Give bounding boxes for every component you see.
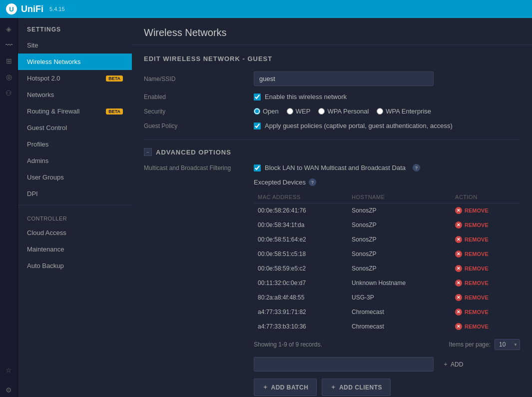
excepted-devices-help-icon[interactable]: ? [309,178,316,186]
nav-clients[interactable]: ⚇ [2,86,16,100]
cell-mac: 80:2a:a8:4f:48:55 [254,290,348,305]
name-ssid-control [254,72,520,86]
remove-button[interactable]: ✕ REMOVE [455,250,516,258]
pagination-text: Showing 1-9 of 9 records. [254,341,322,348]
name-ssid-input[interactable] [254,72,434,86]
brand-name: UniFi [21,4,43,14]
main-layout: ◈ 〰 ⊞ ◎ ⚇ ☆ ⚙ SETTINGS Site Wireless Net… [0,18,532,397]
remove-button[interactable]: ✕ REMOVE [455,236,516,243]
remove-button[interactable]: ✕ REMOVE [455,207,516,214]
remove-button[interactable]: ✕ REMOVE [455,265,516,272]
hotspot-badge: BETA [106,76,123,82]
nav-stats[interactable]: 〰 [2,38,16,52]
nav-devices[interactable]: ◎ [2,70,16,84]
add-clients-plus: ＋ [330,383,337,392]
add-clients-label: ADD CLIENTS [339,384,382,391]
form-row-guest-policy: Guest Policy Apply guest policies (capti… [144,122,520,130]
sidebar-item-label: Profiles [27,140,48,148]
nav-map[interactable]: ⊞ [2,54,16,68]
cell-mac: 00:0e:58:34:1f:da [254,218,348,232]
security-wpa-enterprise[interactable]: WPA Enterprise [377,108,431,115]
table-row: a4:77:33:b3:10:36 Chromecast ✕ REMOVE [254,320,520,334]
cell-hostname: SonosZP [348,204,451,218]
sidebar-item-maintenance[interactable]: Maintenance [18,241,132,258]
form-row-excepted-devices: Excepted Devices ? MAC ADDRESS HOSTNAME … [144,178,520,396]
remove-label: REMOVE [465,294,489,300]
security-wep-radio[interactable] [287,108,293,114]
add-device-input[interactable] [254,357,434,372]
cell-mac: 00:11:32:0c:0e:d7 [254,276,348,290]
cell-action: ✕ REMOVE [451,204,520,218]
sidebar-item-dpi[interactable]: DPI [18,186,132,202]
multicast-label: Multicast and Broadcast Filtering [144,164,254,172]
table-row: 80:2a:a8:4f:48:55 USG-3P ✕ REMOVE [254,290,520,305]
security-open[interactable]: Open [254,108,279,115]
form-row-name-ssid: Name/SSID [144,72,520,86]
sidebar-item-user-groups[interactable]: User Groups [18,169,132,186]
sidebar-section-controller: Controller [18,208,132,224]
cell-mac: 00:0e:58:51:c5:18 [254,247,348,262]
remove-button[interactable]: ✕ REMOVE [455,308,516,316]
sidebar-item-hotspot[interactable]: Hotspot 2.0 BETA [18,70,132,86]
excepted-devices-label: Excepted Devices ? [254,178,520,186]
items-per-page-control: Items per page: 10 25 50 100 [449,339,520,350]
guest-policy-checkbox[interactable] [254,122,261,130]
security-wpa-personal-radio[interactable] [318,108,325,114]
cell-hostname: Unknown Hostname [348,276,451,290]
table-row: a4:77:33:91:71:82 Chromecast ✕ REMOVE [254,305,520,320]
table-header: MAC ADDRESS HOSTNAME ACTION [254,191,520,204]
col-mac-address: MAC ADDRESS [254,191,348,204]
sidebar-item-profiles[interactable]: Profiles [18,136,132,152]
security-wep[interactable]: WEP [287,108,311,115]
sidebar-item-routing-firewall[interactable]: Routing & Firewall BETA [18,103,132,120]
sidebar-divider [18,205,132,206]
sidebar-item-site[interactable]: Site [18,37,132,54]
remove-button[interactable]: ✕ REMOVE [455,222,516,228]
add-batch-plus: ＋ [262,383,269,392]
remove-button[interactable]: ✕ REMOVE [455,294,516,301]
sidebar-item-cloud-access[interactable]: Cloud Access [18,224,132,241]
cell-action: ✕ REMOVE [451,320,520,334]
remove-icon: ✕ [455,280,462,286]
page-title: Wireless Networks [144,27,520,38]
sidebar-item-guest-control[interactable]: Guest Control [18,120,132,136]
remove-button[interactable]: ✕ REMOVE [455,323,516,330]
security-wpa-personal[interactable]: WPA Personal [318,108,369,115]
add-clients-button[interactable]: ＋ ADD CLIENTS [322,378,391,396]
add-batch-label: ADD BATCH [271,384,309,391]
sidebar-item-label: Auto Backup [27,262,64,270]
sidebar-item-label: Hotspot 2.0 [27,74,60,82]
nav-alerts[interactable]: ☆ [2,363,16,377]
nav-settings[interactable]: ⚙ [2,383,16,397]
sidebar: SETTINGS Site Wireless Networks Hotspot … [18,18,132,397]
table-row: 00:0e:58:51:c5:18 SonosZP ✕ REMOVE [254,247,520,262]
guest-policy-checkbox-wrapper[interactable]: Apply guest policies (captive portal, gu… [254,122,520,130]
icon-bar: ◈ 〰 ⊞ ◎ ⚇ ☆ ⚙ [0,18,18,397]
sidebar-item-wireless-networks[interactable]: Wireless Networks [18,54,132,70]
add-batch-button[interactable]: ＋ ADD BATCH [254,378,317,396]
enabled-checkbox[interactable] [254,94,261,100]
sidebar-item-admins[interactable]: Admins [18,152,132,169]
security-wpa-enterprise-radio[interactable] [377,108,383,114]
multicast-checkbox-wrapper[interactable]: Block LAN to WAN Multicast and Broadcast… [254,164,520,172]
security-open-radio[interactable] [254,108,260,114]
sidebar-item-auto-backup[interactable]: Auto Backup [18,258,132,274]
enabled-checkbox-wrapper[interactable]: Enable this wireless network [254,93,520,100]
multicast-checkbox[interactable] [254,164,261,172]
name-ssid-label: Name/SSID [144,76,254,82]
sidebar-item-networks[interactable]: Networks [18,86,132,103]
remove-button[interactable]: ✕ REMOVE [455,280,516,286]
add-button[interactable]: ＋ ADD [439,358,467,370]
items-per-page-select[interactable]: 10 25 50 100 [495,339,520,350]
multicast-control: Block LAN to WAN Multicast and Broadcast… [254,164,520,172]
remove-label: REMOVE [465,251,489,257]
nav-dashboard[interactable]: ◈ [2,22,16,36]
cell-action: ✕ REMOVE [451,290,520,305]
remove-label: REMOVE [465,236,489,242]
advanced-title: ADVANCED OPTIONS [156,148,231,156]
advanced-toggle[interactable]: − [144,148,152,156]
add-icon: ＋ [443,360,449,368]
multicast-help-icon[interactable]: ? [413,164,420,172]
devices-table: MAC ADDRESS HOSTNAME ACTION 00:0e:58:26:… [254,191,520,334]
sidebar-item-label: Guest Control [27,124,67,132]
